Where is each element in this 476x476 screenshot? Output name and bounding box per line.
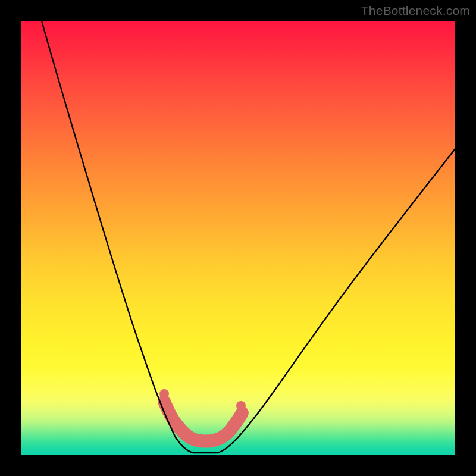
curves-svg	[21, 21, 455, 455]
salmon-dot-right	[236, 401, 246, 411]
chart-frame: TheBottleneck.com	[0, 0, 476, 476]
salmon-dot-left	[159, 389, 169, 399]
right-curve	[217, 149, 455, 453]
left-curve	[42, 21, 193, 453]
plot-area	[21, 21, 455, 455]
salmon-bump	[164, 402, 242, 441]
watermark-text: TheBottleneck.com	[361, 4, 470, 18]
